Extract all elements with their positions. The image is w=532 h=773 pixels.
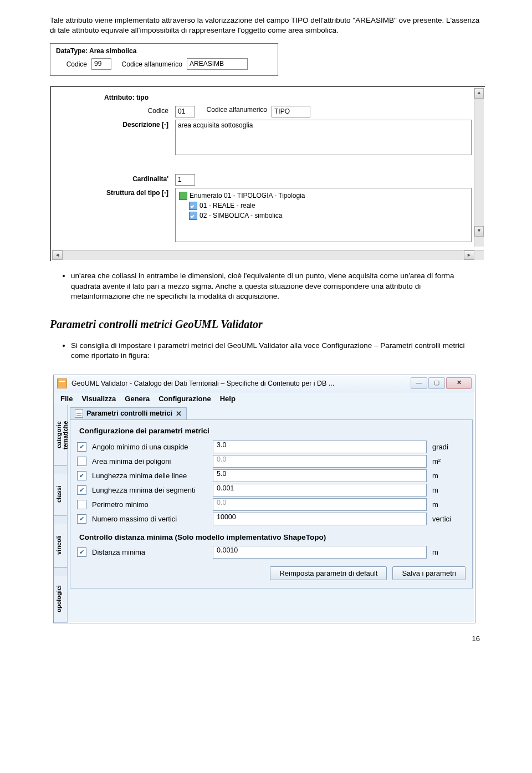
tree-child-2-label: 02 - SIMBOLICA - simbolica [200,211,282,221]
datatype-panel: DataType: Area simbolica Codice 99 Codic… [50,43,278,76]
param-row-4: Perimetro minimo0.0m [77,498,466,511]
checkbox[interactable] [77,457,86,466]
sidetab-classi[interactable]: classi [54,474,67,515]
checkbox[interactable]: ✔ [77,485,86,495]
sidetab-vincoli[interactable]: vincoli [54,524,67,567]
page-number: 16 [50,634,482,643]
param-unit: gradi [427,443,466,451]
scroll-up-icon[interactable]: ▲ [474,88,484,99]
window-titlebar[interactable]: GeoUML Validator - Catalogo dei Dati Ter… [54,375,475,392]
attr-codice-field[interactable]: 01 [175,106,195,117]
param-label: Lunghezza minima dei segmenti [92,486,213,494]
param-input[interactable]: 10000 [213,513,427,525]
checkbox[interactable]: ✔ [77,471,86,480]
save-params-button[interactable]: Salva i parametri [392,566,466,580]
attr-codalfa-label: Codice alfanumerico [195,106,272,114]
struttura-label: Struttura del tipo [-] [58,188,175,197]
side-tabs: categorie tematiche classi vincoli opolo… [54,405,68,623]
tree-child-1[interactable]: 01 - REALE - reale [189,201,468,211]
param-input[interactable]: 5.0 [213,469,427,482]
param-unit: m [427,548,466,556]
attr-codice-label: Codice [58,106,175,115]
tree-root-label: Enumerato 01 - TIPOLOGIA - Tipologia [190,191,305,201]
attributo-panel: Attributo: tipo Codice 01 Codice alfanum… [52,88,484,248]
param-unit: m² [427,457,466,465]
param-row-3: ✔Lunghezza minima dei segmenti0.001m [77,484,466,496]
param-unit: m [427,486,466,494]
close-button[interactable]: ✕ [446,377,472,389]
param-unit: m [427,500,466,509]
intro-paragraph: Tale attributo viene implementato attrav… [50,16,482,35]
tree-child-2[interactable]: 02 - SIMBOLICA - simbolica [189,211,468,221]
attr-codalfa-field[interactable]: TIPO [272,106,310,117]
param-input[interactable]: 3.0 [213,441,427,453]
tab-close-icon[interactable]: ✕ [176,409,182,418]
struttura-tree[interactable]: Enumerato 01 - TIPOLOGIA - Tipologia 01 … [175,188,472,242]
scroll-right-icon[interactable]: ► [464,250,474,260]
bullet-validator-config: Si consiglia di impostare i parametri me… [71,341,482,361]
parameters-form: Configurazione dei parametri metrici ✔An… [70,419,473,588]
scroll-down-icon[interactable]: ▼ [474,226,484,237]
bullet-area-collapse: un'area che collassi in entrambe le dime… [71,271,482,301]
codice-alfa-field[interactable]: AREASIMB [187,58,248,70]
param-input[interactable]: 0.001 [213,484,427,496]
scroll-corner [474,250,484,260]
param-label: Lunghezza minima delle linee [92,472,213,480]
sidetab-categorie[interactable]: categorie tematiche [54,405,67,465]
tree-root[interactable]: Enumerato 01 - TIPOLOGIA - Tipologia [179,191,468,201]
descrizione-label: Descrizione [-] [58,120,175,129]
scroll-left-icon[interactable]: ◄ [52,250,63,260]
cardinalita-field[interactable]: 1 [175,174,195,186]
form-title: Configurazione dei parametri metrici [79,427,466,435]
sidetab-opologici[interactable]: opologici [54,576,67,623]
menu-visualizza[interactable]: Visualizza [81,395,116,403]
codice-label: Codice [56,60,91,68]
checkbox[interactable] [77,500,86,509]
maximize-button[interactable]: ▢ [428,377,445,389]
menu-genera[interactable]: Genera [125,395,150,403]
horizontal-scrollbar[interactable]: ◄ ► [52,250,474,260]
menu-bar: File Visualizza Genera Configurazione He… [54,392,475,405]
param-unit: vertici [427,515,466,523]
tree-leaf-icon [189,212,197,220]
vertical-scrollbar[interactable]: ▲ ▼ [474,88,484,247]
codice-alfa-label: Codice alfanumerico [111,60,187,68]
tree-child-1-label: 01 - REALE - reale [200,201,255,211]
menu-configurazione[interactable]: Configurazione [158,395,211,403]
param-label: Perimetro minimo [92,500,213,509]
geouml-window: GeoUML Validator - Catalogo dei Dati Ter… [53,375,475,623]
reset-defaults-button[interactable]: Reimposta parametri di default [270,566,387,580]
menu-file[interactable]: File [60,395,73,403]
tree-leaf-icon [189,202,197,210]
param-unit: m [427,472,466,480]
section-heading: Parametri controlli metrici GeoUML Valid… [50,318,482,331]
param-row-1: Area minima dei poligoni0.0m² [77,455,466,468]
param-label: Numero massimo di vertici [92,515,213,523]
param-row-5: ✔Numero massimo di vertici10000vertici [77,513,466,525]
cardinalita-label: Cardinalita' [58,174,175,183]
datatype-title: DataType: Area simbolica [56,47,272,55]
distance-subtitle: Controllo distanza minima (Solo modello … [79,533,466,541]
checkbox[interactable]: ✔ [77,442,86,452]
tree-root-icon [179,192,187,200]
param-label: Angolo minimo di una cuspide [92,443,213,451]
minimize-button[interactable]: — [411,377,427,389]
checkbox[interactable]: ✔ [77,514,86,524]
param-label: Distanza minima [92,548,213,556]
codice-field[interactable]: 99 [91,58,111,70]
checkbox-distanza[interactable]: ✔ [77,547,86,557]
param-input[interactable]: 0.0010 [213,546,427,559]
document-tab[interactable]: Parametri controlli metrici ✕ [70,407,187,419]
param-row-2: ✔Lunghezza minima delle linee5.0m [77,469,466,482]
param-input[interactable]: 0.0 [213,498,427,511]
document-icon [75,409,83,418]
param-input[interactable]: 0.0 [213,455,427,468]
param-row-distanza: ✔ Distanza minima 0.0010 m [77,546,466,559]
param-row-0: ✔Angolo minimo di una cuspide3.0gradi [77,441,466,453]
descrizione-textarea[interactable]: area acquisita sottosoglia [175,120,472,155]
document-tab-label: Parametri controlli metrici [86,409,172,417]
window-title: GeoUML Validator - Catalogo dei Dati Ter… [71,380,411,387]
attributo-title: Attributo: tipo [104,94,472,101]
menu-help[interactable]: Help [220,395,236,403]
app-icon [57,378,67,388]
